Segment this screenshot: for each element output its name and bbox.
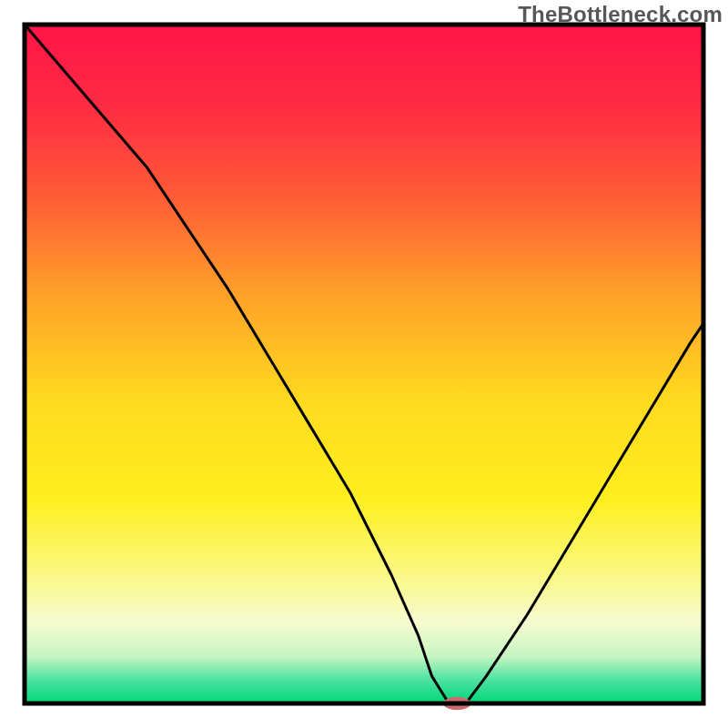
plot-gradient-background (25, 25, 703, 703)
bottleneck-chart (0, 0, 728, 728)
chart-container: { "watermark": "TheBottleneck.com", "col… (0, 0, 728, 728)
watermark-text: TheBottleneck.com (518, 2, 723, 27)
